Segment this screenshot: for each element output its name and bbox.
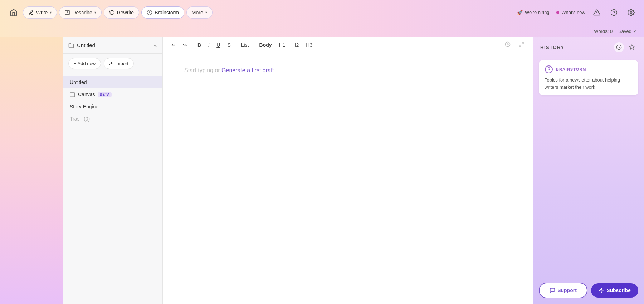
subscribe-button[interactable]: Subscribe: [591, 283, 638, 298]
redo-button[interactable]: ↪: [180, 41, 190, 49]
rewrite-label: Rewrite: [117, 10, 134, 15]
italic-label: i: [208, 42, 209, 48]
collapse-icon: «: [154, 43, 157, 48]
h2-label: H2: [292, 42, 299, 48]
editor-area: ↩ ↪ B i U S: [163, 37, 533, 304]
support-button[interactable]: Support: [539, 283, 587, 298]
history-clock-icon: [616, 44, 622, 50]
history-clock-button[interactable]: [614, 42, 624, 52]
bold-button[interactable]: B: [195, 41, 204, 49]
brainstorm-label: Brainstorm: [155, 10, 179, 15]
underline-label: U: [216, 42, 220, 48]
words-count: Words: 0: [594, 29, 613, 34]
describe-label: Describe: [72, 10, 92, 15]
saved-label: Saved: [618, 29, 631, 34]
write-icon: [28, 10, 34, 15]
doc-item-untitled[interactable]: Untitled: [63, 76, 162, 88]
canvas-icon: [70, 92, 75, 97]
list-button[interactable]: List: [238, 41, 252, 49]
settings-button[interactable]: [625, 7, 637, 18]
brainstorm-card-icon: [545, 65, 553, 74]
doc-item-canvas[interactable]: Canvas BETA: [63, 88, 162, 100]
underline-button[interactable]: U: [214, 41, 223, 49]
add-new-label: + Add new: [74, 61, 96, 66]
hiring-button[interactable]: 🚀 We're hiring!: [517, 10, 551, 15]
help-button[interactable]: [608, 7, 620, 18]
doc-item-trash[interactable]: Trash (0): [63, 113, 162, 125]
editor-tools-right: [502, 40, 527, 50]
import-icon: [109, 61, 114, 66]
history-panel: HISTORY: [533, 37, 644, 304]
subscribe-label: Subscribe: [606, 288, 631, 293]
main-area: Untitled « + Add new Import: [0, 37, 644, 304]
tool-buttons: Write ▾ Describe ▾: [23, 6, 213, 19]
doc-list: Untitled Canvas BETA Story Engine Trash …: [63, 73, 162, 128]
notification-dot: [556, 11, 559, 14]
beta-badge: BETA: [98, 92, 111, 97]
more-label: More: [192, 10, 203, 15]
support-label: Support: [557, 288, 577, 293]
history-header-icons: [614, 42, 637, 52]
h3-button[interactable]: H3: [303, 41, 315, 49]
italic-button[interactable]: i: [205, 41, 212, 49]
more-chevron: ▾: [205, 10, 207, 14]
undo-button[interactable]: ↩: [169, 41, 179, 49]
clock-icon[interactable]: [502, 40, 513, 50]
strikethrough-button[interactable]: S: [224, 41, 233, 49]
body-button[interactable]: Body: [257, 41, 275, 49]
h2-button[interactable]: H2: [289, 41, 302, 49]
editor-content[interactable]: Start typing or Generate a first draft: [163, 53, 533, 304]
import-button[interactable]: Import: [104, 58, 134, 69]
top-nav: Write ▾ Describe ▾: [0, 0, 644, 25]
history-bottom: Support Subscribe: [533, 277, 644, 304]
words-bar: Words: 0 Saved ✓: [0, 25, 644, 37]
redo-icon: ↪: [183, 42, 187, 48]
rewrite-icon: [109, 10, 115, 15]
h1-button[interactable]: H1: [276, 41, 288, 49]
alert-button[interactable]: [591, 7, 602, 18]
svg-rect-13: [70, 92, 75, 96]
list-label: List: [241, 42, 249, 48]
history-star-button[interactable]: [627, 42, 637, 52]
describe-button[interactable]: Describe ▾: [59, 6, 101, 19]
bold-label: B: [197, 42, 201, 48]
svg-marker-23: [599, 288, 604, 293]
write-button[interactable]: Write ▾: [23, 6, 57, 19]
history-star-icon: [629, 44, 635, 50]
doc-item-untitled-label: Untitled: [70, 79, 87, 85]
add-new-button[interactable]: + Add new: [68, 58, 101, 69]
describe-icon: [64, 10, 70, 15]
history-card-header: BRAINSTORM: [545, 65, 633, 74]
top-nav-left: Write ▾ Describe ▾: [7, 6, 213, 19]
history-card-type: BRAINSTORM: [556, 67, 586, 72]
folder-icon: [68, 43, 74, 48]
toolbar-divider-3: [254, 41, 254, 49]
body-label: Body: [259, 42, 272, 48]
doc-panel-actions: + Add new Import: [63, 54, 162, 73]
whats-new-button[interactable]: What's new: [556, 10, 585, 15]
toolbar-divider-2: [236, 41, 236, 49]
import-label: Import: [115, 61, 128, 66]
saved-status: Saved ✓: [618, 29, 637, 34]
doc-item-story-engine[interactable]: Story Engine: [63, 100, 162, 113]
help-icon: [610, 9, 618, 16]
generate-draft-link[interactable]: Generate a first draft: [221, 67, 274, 73]
write-label: Write: [36, 10, 48, 15]
brainstorm-button[interactable]: Brainstorm: [141, 6, 184, 19]
whats-new-label: What's new: [561, 10, 585, 15]
doc-item-story-engine-label: Story Engine: [70, 104, 98, 109]
expand-icon[interactable]: [516, 40, 527, 50]
doc-panel-title: Untitled: [68, 42, 95, 48]
rewrite-button[interactable]: Rewrite: [104, 6, 139, 19]
app-wrapper: Write ▾ Describe ▾: [0, 0, 644, 304]
collapse-panel-button[interactable]: «: [154, 43, 157, 48]
history-card-1[interactable]: BRAINSTORM Topics for a newsletter about…: [539, 60, 638, 95]
editor-tools-left: ↩ ↪ B i U S: [169, 41, 315, 49]
home-button[interactable]: [7, 6, 20, 19]
saved-checkmark: ✓: [633, 29, 637, 34]
strikethrough-label: S: [227, 42, 230, 48]
doc-panel: Untitled « + Add new Import: [63, 37, 163, 304]
more-button[interactable]: More ▾: [186, 6, 213, 19]
doc-panel-header: Untitled «: [63, 37, 162, 54]
brainstorm-nav-icon: [147, 10, 152, 15]
